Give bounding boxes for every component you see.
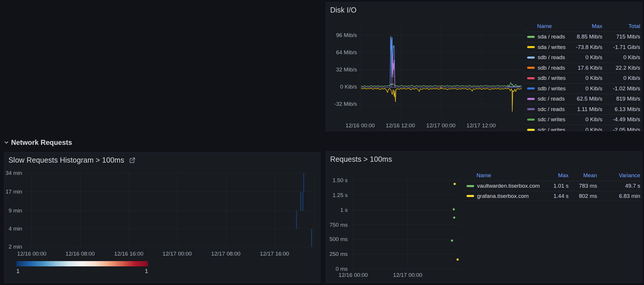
series-name: sdc / writes [538,116,565,123]
series-variance: 49.7 s [597,183,640,189]
color-scale-min: 1 [16,268,20,275]
legend-row[interactable]: vaultwarden.tiserbox.com 1.01 s 783 ms 4… [464,181,640,191]
section-title: Network Requests [11,138,72,147]
disk-io-panel-title[interactable]: Disk I/O [330,6,357,14]
series-color-swatch [527,46,535,48]
hist-y-tick: 9 min [5,207,22,214]
series-max: 0 Kib/s [569,85,602,92]
series-max: 0 Kib/s [569,116,602,123]
legend-header-max[interactable]: Max [569,23,602,29]
series-total: -4.49 Mib/s [602,116,640,123]
series-color-swatch [527,77,535,79]
requests-scatter-chart [352,175,461,271]
disk-x-tick: 12/17 00:00 [418,122,464,129]
req-y-tick: 0 ms [327,266,348,272]
series-total: 715 Mib/s [602,34,640,40]
hist-x-tick: 12/16 00:00 [8,251,55,257]
series-max: 17.6 Kib/s [569,65,602,71]
slow-requests-panel-title[interactable]: Slow Requests Histogram > 100ms [8,156,136,164]
disk-y-tick: 32 Mib/s [328,66,357,73]
legend-row[interactable]: sdc / reads 62.5 Mib/s 819 Mib/s [525,94,640,104]
disk-x-tick: 12/17 12:00 [458,122,504,129]
grafana-dashboard: { "colors": { "link_blue": "#6e9fff", "h… [0,0,644,285]
series-max: 1.01 s [547,183,569,189]
series-name: sda / reads [538,34,565,40]
series-max: 0 Kib/s [569,127,602,131]
legend-row[interactable]: sdb / writes 0 Kib/s 0 Kib/s [525,73,640,83]
legend-row[interactable]: sdc / writes 0 Kib/s -2.05 Mib/s [525,125,640,131]
disk-y-tick: 64 Mib/s [328,49,357,56]
series-max: 0 Kib/s [569,54,602,61]
legend-row[interactable]: sda / reads 8.85 Mib/s 715 Mib/s [525,31,640,42]
panel-title-text: Disk I/O [330,6,357,14]
req-y-tick: 250 ms [327,251,348,257]
series-total: 0 Kib/s [602,54,640,61]
legend-row[interactable]: grafana.tiserbox.com 1.44 s 802 ms 6.83 … [464,191,640,201]
series-name: sda / writes [538,44,566,50]
slow-requests-heatmap-chart [24,169,315,248]
disk-x-tick: 12/16 12:00 [377,122,424,129]
series-max: 1.11 Mib/s [569,106,602,112]
series-total: 6.13 Mib/s [602,106,640,112]
legend-row[interactable]: sdc / reads 1.11 Mib/s 6.13 Mib/s [525,104,640,115]
series-color-swatch [467,185,474,187]
legend-header-max[interactable]: Max [547,172,569,179]
req-y-tick: 1.50 s [327,177,348,184]
legend-row[interactable]: sdb / writes 0 Kib/s -1.02 Mib/s [525,83,640,94]
legend-header-mean[interactable]: Mean [569,172,597,179]
series-color-swatch [527,36,535,38]
disk-io-chart [359,24,523,117]
legend-row[interactable]: sdb / reads 17.6 Kib/s 22.2 Kib/s [525,63,640,73]
req-x-tick: 12/16 00:00 [330,272,376,278]
disk-legend-table: Name Max Total sda / reads 8.85 Mib/s 71… [525,21,640,131]
series-max: 62.5 Mib/s [569,96,602,102]
series-max: -73.8 Kib/s [569,44,602,50]
hist-x-tick: 12/17 08:00 [203,251,249,257]
series-mean: 802 ms [569,193,597,199]
series-color-swatch [527,119,535,121]
hist-x-tick: 12/16 16:00 [105,251,152,257]
hist-y-tick: 34 min [5,170,22,176]
series-max: 0 Kib/s [569,75,602,81]
series-variance: 6.83 min [597,193,640,199]
legend-row[interactable]: sdb / reads 0 Kib/s 0 Kib/s [525,52,640,63]
series-total: 0 Kib/s [602,75,640,81]
legend-header-name[interactable]: Name [525,23,569,29]
hist-y-tick: 17 min [5,189,22,195]
disk-legend-header: Name Max Total [525,21,640,31]
series-total: 22.2 Kib/s [602,65,640,71]
series-color-swatch [527,87,535,89]
series-total: 819 Mib/s [602,96,640,102]
legend-header-variance[interactable]: Variance [597,172,640,179]
legend-row[interactable]: sdc / writes 0 Kib/s -4.49 Mib/s [525,114,640,125]
series-total: -1.71 Gib/s [602,44,640,50]
disk-y-tick: -32 Mib/s [328,101,357,107]
panel-title-text: Slow Requests Histogram > 100ms [8,156,124,164]
series-name: sdb / writes [538,85,566,92]
disk-io-panel: Disk I/O 96 Mib/s 64 Mib/s 32 Mib/s 0 Ki… [326,2,642,131]
requests-panel-title[interactable]: Requests > 100ms [330,155,392,163]
series-mean: 783 ms [569,183,597,189]
panel-title-text: Requests > 100ms [330,155,392,163]
hist-y-tick: 2 min [5,244,22,250]
hist-x-tick: 12/16 08:00 [57,251,103,257]
legend-row[interactable]: sda / writes -73.8 Kib/s -1.71 Gib/s [525,42,640,52]
series-color-swatch [527,57,535,59]
series-max: 1.44 s [547,193,569,199]
chevron-down-icon [4,140,9,145]
disk-y-tick: 96 Mib/s [328,32,357,38]
hist-y-tick: 4 min [5,226,22,232]
series-color-swatch [527,129,535,131]
external-link-icon[interactable] [129,157,136,164]
req-x-tick: 12/17 00:00 [384,272,431,278]
series-name: sdb / reads [538,54,565,61]
slow-requests-histogram-panel: Slow Requests Histogram > 100ms 34 min 1… [4,152,321,283]
series-color-swatch [527,67,535,69]
color-scale-max: 1 [127,268,148,275]
series-name: sdb / writes [538,75,566,81]
legend-header-name[interactable]: Name [464,172,547,179]
series-name: sdc / reads [538,96,565,102]
color-scale-gradient [16,261,148,266]
legend-header-total[interactable]: Total [602,23,640,29]
section-row-network-requests[interactable]: Network Requests [4,138,72,147]
